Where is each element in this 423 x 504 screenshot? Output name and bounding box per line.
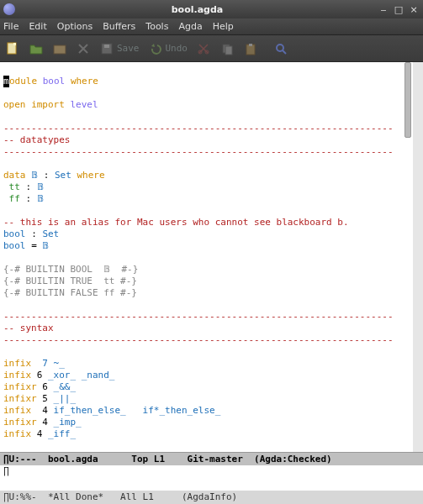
folder-icon bbox=[52, 41, 67, 56]
fixity-num: 4 bbox=[37, 428, 48, 439]
modeline-info-text: ∏U:%%- *All Done* All L1 (AgdaInfo) bbox=[3, 491, 394, 502]
window-title: bool.agda bbox=[20, 4, 374, 15]
editor-frame: module bool where open import level ----… bbox=[0, 62, 423, 504]
code-editor[interactable]: module bool where open import level ----… bbox=[0, 62, 423, 452]
kw-infix: infix bbox=[3, 405, 42, 416]
svg-rect-10 bbox=[249, 44, 252, 46]
constructor-tt: tt bbox=[3, 181, 26, 192]
ops-or: _||_ bbox=[54, 393, 77, 404]
save-label: Save bbox=[117, 43, 140, 54]
ops-and: _&&_ bbox=[54, 381, 77, 392]
save-button[interactable]: Save bbox=[99, 41, 140, 56]
undo-button[interactable]: Undo bbox=[148, 41, 188, 56]
fixity-neg: 7 ~_ bbox=[42, 358, 65, 369]
menu-help[interactable]: Help bbox=[213, 21, 234, 32]
type-bb: 𝔹 bbox=[37, 193, 44, 204]
decl-bool: bool bbox=[3, 228, 31, 239]
colon: : bbox=[26, 181, 37, 192]
type-set: Set bbox=[55, 170, 77, 181]
folder-open-icon bbox=[29, 41, 44, 56]
type-bb: 𝔹 bbox=[42, 240, 49, 251]
ops-ite: if_then_else_ if*_then_else_ bbox=[54, 405, 221, 416]
save-dir-button[interactable] bbox=[52, 41, 67, 56]
type-set: Set bbox=[42, 228, 59, 239]
comment-syntax: -- syntax bbox=[3, 323, 54, 333]
minibuffer[interactable]: ∏ bbox=[0, 465, 423, 491]
text-cursor: m bbox=[3, 76, 9, 87]
kw-infixr: infixr bbox=[3, 417, 42, 428]
kw-open: open bbox=[3, 99, 31, 110]
menu-agda[interactable]: Agda bbox=[178, 21, 202, 32]
def-bool: bool bbox=[3, 240, 31, 251]
comment-alias: -- this is an alias for Mac users who ca… bbox=[3, 217, 349, 228]
fixity-num: 6 bbox=[42, 381, 53, 392]
scrollbar-thumb[interactable] bbox=[404, 62, 411, 138]
fixity-num: 5 bbox=[42, 393, 53, 404]
type-bool-bb: 𝔹 bbox=[31, 170, 38, 181]
modeline-main[interactable]: ∏U:--- bool.agda Top L1 Git-master (Agda… bbox=[0, 452, 423, 465]
window-titlebar: bool.agda ‒ □ × bbox=[0, 0, 423, 18]
search-button[interactable] bbox=[273, 41, 288, 56]
menu-buffers[interactable]: Buffers bbox=[103, 21, 135, 32]
undo-icon bbox=[148, 41, 163, 56]
fixity-num: 4 bbox=[42, 405, 53, 416]
colon: : bbox=[38, 170, 55, 181]
menu-edit[interactable]: Edit bbox=[29, 21, 46, 32]
kill-buffer-button[interactable] bbox=[76, 41, 91, 56]
kw-infixr: infixr bbox=[3, 393, 42, 404]
module-name: bool bbox=[37, 76, 71, 87]
fixity-num: 4 bbox=[42, 417, 53, 428]
paste-button[interactable] bbox=[243, 41, 258, 56]
svg-line-12 bbox=[283, 50, 286, 54]
toolbar: Save Undo bbox=[0, 35, 423, 62]
new-file-button[interactable] bbox=[5, 41, 20, 56]
search-icon bbox=[273, 41, 288, 56]
modeline-info[interactable]: ∏U:%%- *All Done* All L1 (AgdaInfo) bbox=[0, 491, 423, 504]
scissors-icon bbox=[196, 41, 211, 56]
close-window-button[interactable]: × bbox=[408, 3, 420, 15]
equals: = bbox=[31, 240, 42, 251]
pragma-false: {-# BUILTIN FALSE ff #-} bbox=[3, 287, 137, 298]
menubar: File Edit Options Buffers Tools Agda Hel… bbox=[0, 18, 423, 35]
separator: ----------------------------------------… bbox=[3, 146, 394, 157]
menu-file[interactable]: File bbox=[3, 21, 19, 32]
copy-icon bbox=[219, 41, 235, 56]
new-file-icon bbox=[5, 41, 20, 56]
copy-button[interactable] bbox=[219, 41, 235, 56]
modeline-main-text: ∏U:--- bool.agda Top L1 Git-master (Agda… bbox=[3, 454, 394, 465]
colon: : bbox=[26, 193, 37, 204]
minibuffer-text: ∏ bbox=[3, 465, 9, 476]
maximize-button[interactable]: □ bbox=[393, 3, 404, 15]
cut-button[interactable] bbox=[196, 41, 211, 56]
menu-options[interactable]: Options bbox=[57, 21, 93, 32]
pragma-bool: {-# BUILTIN BOOL 𝔹 #-} bbox=[3, 264, 138, 275]
menu-tools[interactable]: Tools bbox=[145, 21, 168, 32]
ops-imp: _imp_ bbox=[54, 417, 82, 428]
svg-rect-2 bbox=[54, 45, 66, 54]
kw-infix: infix bbox=[3, 428, 37, 439]
undo-label: Undo bbox=[166, 43, 188, 54]
constructor-ff: ff bbox=[3, 193, 26, 204]
open-file-button[interactable] bbox=[29, 41, 44, 56]
fixity-num: 6 bbox=[37, 370, 48, 381]
svg-rect-1 bbox=[13, 43, 16, 45]
kw-infix: infix bbox=[3, 370, 37, 381]
separator: ----------------------------------------… bbox=[3, 334, 394, 345]
type-bb: 𝔹 bbox=[37, 181, 44, 192]
kw-import: import bbox=[31, 99, 70, 110]
floppy-icon bbox=[99, 41, 114, 56]
separator: ----------------------------------------… bbox=[3, 311, 394, 322]
svg-rect-8 bbox=[225, 46, 232, 55]
x-icon bbox=[76, 41, 91, 56]
import-level: level bbox=[70, 99, 98, 110]
kw-module: odule bbox=[9, 76, 37, 87]
kw-infixr: infixr bbox=[3, 381, 42, 392]
ops-xor-nand: _xor_ _nand_ bbox=[48, 370, 114, 381]
app-icon bbox=[3, 3, 15, 15]
kw-infix: infix bbox=[3, 358, 42, 369]
pragma-true: {-# BUILTIN TRUE tt #-} bbox=[3, 276, 137, 286]
ops-iff: _iff_ bbox=[48, 428, 76, 439]
svg-point-11 bbox=[277, 45, 283, 51]
minimize-button[interactable]: ‒ bbox=[378, 3, 389, 15]
svg-rect-4 bbox=[104, 45, 109, 48]
